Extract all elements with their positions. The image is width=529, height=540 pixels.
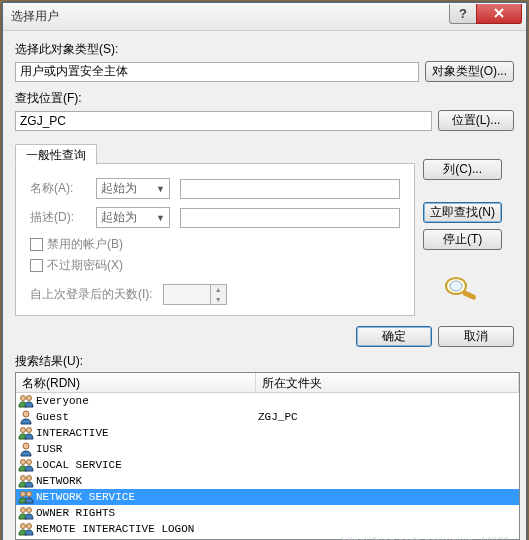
tab-common-queries[interactable]: 一般性查询 <box>15 144 97 165</box>
object-types-button[interactable]: 对象类型(O)... <box>425 61 514 82</box>
svg-point-10 <box>27 460 32 465</box>
nonexpiring-pw-label: 不过期密码(X) <box>47 257 123 274</box>
svg-point-16 <box>27 508 32 513</box>
desc-match-combo[interactable]: 起始为▼ <box>96 207 170 228</box>
columns-button[interactable]: 列(C)... <box>423 159 502 180</box>
nonexpiring-pw-checkbox[interactable] <box>30 259 43 272</box>
days-stepper[interactable]: ▲▼ <box>163 284 227 305</box>
svg-point-18 <box>27 524 32 529</box>
disabled-accounts-label: 禁用的帐户(B) <box>47 236 123 253</box>
table-row[interactable]: LOCAL SERVICE <box>16 457 519 473</box>
days-since-login-label: 自上次登录后的天数(I): <box>30 286 153 303</box>
locations-button[interactable]: 位置(L)... <box>438 110 514 131</box>
svg-rect-2 <box>462 290 477 300</box>
table-row[interactable]: IUSR <box>16 441 519 457</box>
results-label: 搜索结果(U): <box>15 353 514 370</box>
row-name: NETWORK <box>36 475 258 487</box>
group-icon <box>18 473 34 489</box>
find-now-button[interactable]: 立即查找(N) <box>423 202 502 223</box>
table-row[interactable]: REMOTE INTERACTIVE LOGON <box>16 521 519 537</box>
location-input[interactable] <box>15 111 432 131</box>
svg-point-13 <box>21 492 26 497</box>
row-name: INTERACTIVE <box>36 427 258 439</box>
dialog-window: 选择用户 ? 选择此对象类型(S): 对象类型(O)... 查找位置(F): 位… <box>2 2 527 540</box>
titlebar[interactable]: 选择用户 ? <box>3 3 526 31</box>
disabled-accounts-checkbox[interactable] <box>30 238 43 251</box>
svg-point-5 <box>23 411 29 417</box>
row-name: Everyone <box>36 395 258 407</box>
query-tab-panel: 一般性查询 名称(A): 起始为▼ 描述(D): 起始为▼ <box>15 163 415 316</box>
ok-button[interactable]: 确定 <box>356 326 432 347</box>
row-name: OWNER RIGHTS <box>36 507 258 519</box>
svg-point-12 <box>27 476 32 481</box>
table-row[interactable]: INTERACTIVE <box>16 425 519 441</box>
group-icon <box>18 457 34 473</box>
table-row[interactable]: NETWORK SERVICE <box>16 489 519 505</box>
group-icon <box>18 393 34 409</box>
desc-label: 描述(D): <box>30 209 86 226</box>
row-name: IUSR <box>36 443 258 455</box>
user-icon <box>18 441 34 457</box>
table-row[interactable]: OWNER RIGHTS <box>16 505 519 521</box>
row-name: NETWORK SERVICE <box>36 491 258 503</box>
help-button[interactable]: ? <box>449 4 477 24</box>
table-row[interactable]: NETWORK <box>16 473 519 489</box>
row-name: LOCAL SERVICE <box>36 459 258 471</box>
location-label: 查找位置(F): <box>15 90 514 107</box>
user-icon <box>18 409 34 425</box>
object-type-label: 选择此对象类型(S): <box>15 41 514 58</box>
row-name: REMOTE INTERACTIVE LOGON <box>36 523 258 535</box>
group-icon <box>18 489 34 505</box>
svg-point-4 <box>27 396 32 401</box>
group-icon <box>18 521 34 537</box>
table-row[interactable]: GuestZGJ_PC <box>16 409 519 425</box>
svg-point-11 <box>21 476 26 481</box>
column-header-folder[interactable]: 所在文件夹 <box>256 373 519 392</box>
name-input[interactable] <box>180 179 400 199</box>
name-match-combo[interactable]: 起始为▼ <box>96 178 170 199</box>
title-text: 选择用户 <box>11 8 450 25</box>
svg-point-6 <box>21 428 26 433</box>
desc-input[interactable] <box>180 208 400 228</box>
object-type-input[interactable] <box>15 62 419 82</box>
svg-point-9 <box>21 460 26 465</box>
cancel-button[interactable]: 取消 <box>438 326 514 347</box>
column-header-name[interactable]: 名称(RDN) <box>16 373 256 392</box>
svg-point-1 <box>450 281 462 291</box>
svg-point-14 <box>27 492 32 497</box>
svg-point-17 <box>21 524 26 529</box>
results-table: 名称(RDN) 所在文件夹 EveryoneGuestZGJ_PCINTERAC… <box>15 372 520 540</box>
group-icon <box>18 425 34 441</box>
stop-button[interactable]: 停止(T) <box>423 229 502 250</box>
svg-point-15 <box>21 508 26 513</box>
svg-point-3 <box>21 396 26 401</box>
name-label: 名称(A): <box>30 180 86 197</box>
magnifier-icon <box>442 274 482 305</box>
table-row[interactable]: Everyone <box>16 393 519 409</box>
row-folder: ZGJ_PC <box>258 411 298 423</box>
row-name: Guest <box>36 411 258 423</box>
svg-point-7 <box>27 428 32 433</box>
group-icon <box>18 505 34 521</box>
svg-point-8 <box>23 443 29 449</box>
close-button[interactable] <box>476 4 522 24</box>
